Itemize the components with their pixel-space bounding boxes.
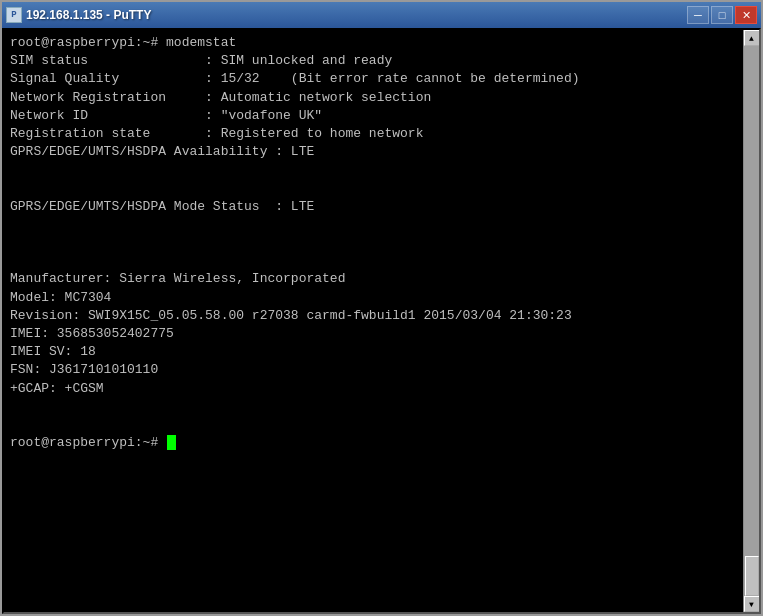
titlebar: P 192.168.1.135 - PuTTY ─ □ ✕ <box>2 2 761 28</box>
terminal-cursor <box>167 435 176 450</box>
app-icon: P <box>6 7 22 23</box>
window-title: 192.168.1.135 - PuTTY <box>26 8 151 22</box>
maximize-button[interactable]: □ <box>711 6 733 24</box>
scroll-track[interactable] <box>744 46 759 596</box>
terminal-output[interactable]: root@raspberrypi:~# modemstat SIM status… <box>4 30 743 612</box>
scrollbar[interactable]: ▲ ▼ <box>743 30 759 612</box>
putty-window: P 192.168.1.135 - PuTTY ─ □ ✕ root@raspb… <box>0 0 763 616</box>
terminal-wrapper: root@raspberrypi:~# modemstat SIM status… <box>2 28 761 614</box>
scroll-thumb[interactable] <box>745 556 759 596</box>
close-button[interactable]: ✕ <box>735 6 757 24</box>
window-controls: ─ □ ✕ <box>687 6 757 24</box>
titlebar-left: P 192.168.1.135 - PuTTY <box>6 7 151 23</box>
minimize-button[interactable]: ─ <box>687 6 709 24</box>
scroll-up-button[interactable]: ▲ <box>744 30 760 46</box>
scroll-down-button[interactable]: ▼ <box>744 596 760 612</box>
